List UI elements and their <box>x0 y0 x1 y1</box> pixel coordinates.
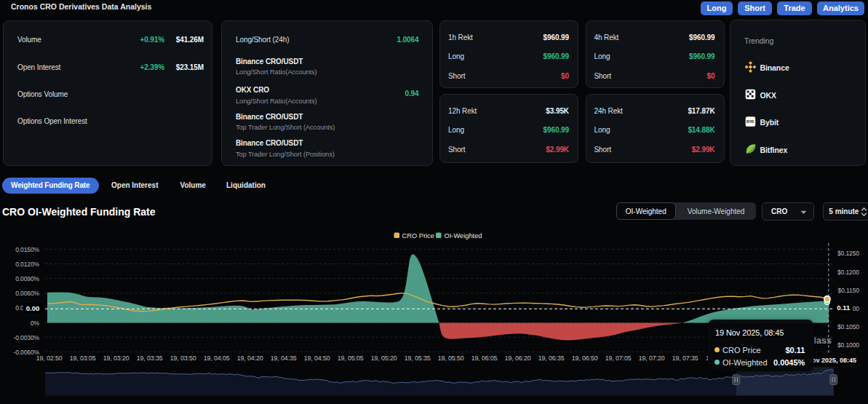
svg-text:0.11: 0.11 <box>837 304 851 312</box>
svg-text:19, 06:20: 19, 06:20 <box>505 355 531 362</box>
svg-text:19, 05:35: 19, 05:35 <box>405 355 431 362</box>
svg-text:19, 03:05: 19, 03:05 <box>70 355 96 362</box>
svg-text:19, 06:50: 19, 06:50 <box>572 355 598 362</box>
svg-text:lass: lass <box>814 336 832 346</box>
svg-text:19, 03:20: 19, 03:20 <box>103 355 130 362</box>
svg-text:T: T <box>752 119 754 124</box>
svg-text:$0.1050: $0.1050 <box>837 323 859 330</box>
svg-text:19, 07:20: 19, 07:20 <box>639 355 665 362</box>
svg-text:$0.1200: $0.1200 <box>837 269 859 276</box>
svg-text:0.0150%: 0.0150% <box>15 246 39 253</box>
svg-text:$0.1000: $0.1000 <box>837 341 859 349</box>
svg-text:$0.1250: $0.1250 <box>837 250 859 257</box>
svg-text:19, 07:35: 19, 07:35 <box>672 355 698 362</box>
svg-text:19, 04:05: 19, 04:05 <box>204 355 230 362</box>
svg-text:19, 03:50: 19, 03:50 <box>170 355 196 362</box>
svg-text:0.0120%: 0.0120% <box>15 261 39 268</box>
svg-text:19, 06:35: 19, 06:35 <box>538 355 565 362</box>
svg-text:19, 05:20: 19, 05:20 <box>371 355 397 362</box>
svg-text:CRO Price: CRO Price <box>402 232 434 239</box>
svg-text:19, 03:35: 19, 03:35 <box>137 355 163 362</box>
svg-text:19, 02:50: 19, 02:50 <box>36 355 63 362</box>
svg-text:OI-Weighted: OI-Weighted <box>445 232 482 239</box>
svg-text:19, 07:05: 19, 07:05 <box>605 355 632 362</box>
svg-text:0.0060%: 0.0060% <box>15 290 39 297</box>
svg-text:0%: 0% <box>31 320 40 327</box>
svg-text:0.0090%: 0.0090% <box>15 275 39 282</box>
svg-text:19, 04:20: 19, 04:20 <box>237 355 263 362</box>
svg-text:19, 05:50: 19, 05:50 <box>438 355 464 362</box>
svg-text:19, 06:05: 19, 06:05 <box>471 355 498 362</box>
svg-text:19, 04:35: 19, 04:35 <box>271 355 297 362</box>
svg-text:19, 04:50: 19, 04:50 <box>304 355 330 362</box>
svg-text:19, 05:05: 19, 05:05 <box>338 355 364 362</box>
svg-text:0.00: 0.00 <box>26 304 40 312</box>
svg-text:$0.1150: $0.1150 <box>838 287 860 294</box>
svg-text:-0.0030%: -0.0030% <box>13 334 39 341</box>
